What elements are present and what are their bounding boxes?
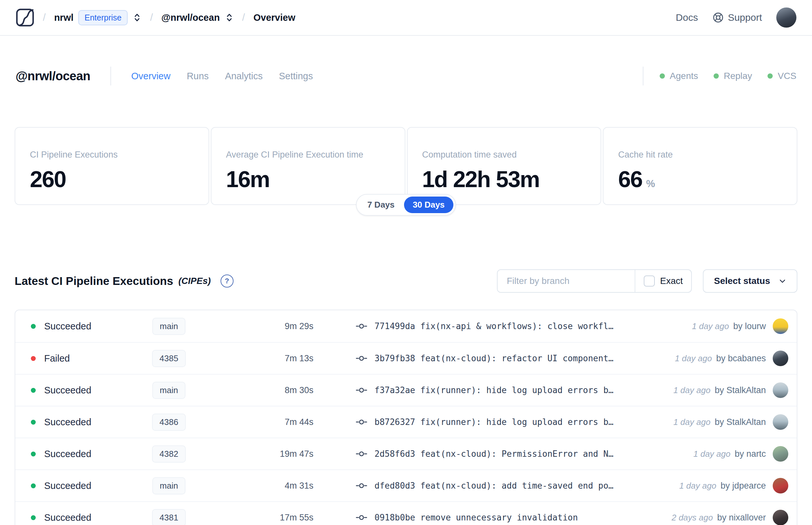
status-dot-icon (31, 420, 36, 425)
status-dot-icon (31, 356, 36, 361)
nx-cloud-workspace-overview: / nrwl Enterprise / @nrwl/ocean (0, 0, 812, 525)
table-row[interactable]: Succeeded 4382 19m 47s 2d58f6d3 feat(nx-… (15, 438, 797, 469)
workspace-name[interactable]: @nrwl/ocean (162, 12, 220, 23)
exact-checkbox[interactable] (644, 275, 655, 287)
author-avatar[interactable] (773, 350, 788, 366)
branch-filter-input[interactable] (497, 270, 635, 292)
duration: 7m 44s (210, 417, 313, 427)
stat-card-computation-time-saved: Computation time saved 1d 22h 53m (407, 127, 601, 205)
commit-message: 3b79fb38 feat(nx-cloud): refactor UI com… (374, 354, 614, 363)
section-title: Latest CI Pipeline Executions (15, 274, 173, 287)
duration: 4m 31s (210, 481, 313, 491)
git-commit-icon (356, 450, 367, 457)
branch-badge: 4386 (152, 414, 186, 431)
branch-badge: 4382 (152, 446, 186, 463)
author-avatar[interactable] (773, 318, 788, 334)
exact-match-toggle: Exact (635, 275, 691, 287)
author: by nixallover (717, 513, 766, 523)
git-commit-icon (356, 387, 367, 394)
author: by lourw (733, 321, 766, 331)
branch-badge: main (152, 382, 185, 399)
duration: 9m 29s (210, 321, 313, 331)
author-avatar[interactable] (773, 446, 788, 462)
table-row[interactable]: Succeeded main 4m 31s dfed80d3 feat(nx-c… (15, 469, 797, 501)
status-dot-icon (31, 483, 36, 488)
branch-badge: main (152, 318, 185, 335)
status-dot-icon (31, 388, 36, 393)
cipes-section-header: Latest CI Pipeline Executions (CIPEs) ? … (0, 269, 812, 293)
tab-overview[interactable]: Overview (131, 71, 170, 81)
author-avatar[interactable] (773, 478, 788, 494)
status-dot-icon (660, 73, 665, 79)
author: by jdpearce (720, 481, 766, 491)
status-dot-icon (31, 452, 36, 456)
duration: 7m 13s (210, 354, 313, 363)
divider (110, 66, 111, 86)
cipes-title-group: Latest CI Pipeline Executions (CIPEs) ? (15, 274, 233, 287)
table-row[interactable]: Failed 4385 7m 13s 3b79fb38 feat(nx-clou… (15, 342, 797, 374)
author: by bcabanes (716, 354, 766, 363)
tab-settings[interactable]: Settings (279, 71, 313, 81)
integration-status-group: Agents Replay VCS (660, 71, 796, 81)
duration: 17m 55s (210, 513, 313, 523)
time-ago: 1 day ago (673, 417, 710, 427)
nx-cloud-logo-icon[interactable] (16, 8, 34, 27)
org-plan-badge: Enterprise (78, 10, 128, 25)
integration-vcs[interactable]: VCS (767, 71, 796, 81)
divider (643, 66, 643, 86)
tab-analytics[interactable]: Analytics (225, 71, 263, 81)
branch-badge: 4385 (152, 350, 186, 367)
table-row[interactable]: Succeeded 4381 17m 55s 0918b0be remove u… (15, 501, 797, 525)
topbar-actions: Docs Support (676, 7, 796, 28)
chevron-down-icon (779, 277, 786, 285)
status-select-button[interactable]: Select status (703, 269, 797, 293)
cipes-controls: Exact Select status (497, 269, 797, 293)
time-ago: 1 day ago (692, 321, 729, 331)
table-row[interactable]: Succeeded 4386 7m 44s b8726327 fix(runne… (15, 406, 797, 438)
stat-card-ci-pipeline-executions: CI Pipeline Executions 260 (15, 127, 209, 205)
author-avatar[interactable] (773, 382, 788, 398)
unfold-chevrons-icon[interactable] (225, 12, 234, 23)
range-30-days[interactable]: 30 Days (404, 197, 454, 213)
user-avatar[interactable] (776, 7, 796, 28)
status-dot-icon (31, 324, 36, 329)
author-avatar[interactable] (773, 510, 788, 525)
page-title: @nrwl/ocean (16, 69, 90, 83)
time-ago: 1 day ago (679, 481, 716, 491)
support-link[interactable]: Support (712, 12, 762, 24)
time-ago: 1 day ago (673, 385, 710, 395)
commit-message: 0918b0be remove unnecessary invalidation (374, 513, 578, 522)
range-7-days[interactable]: 7 Days (358, 197, 403, 213)
life-buoy-icon (712, 12, 724, 24)
breadcrumb-separator: / (150, 12, 153, 24)
commit-message: b8726327 fix(runner): hide log upload er… (374, 417, 614, 427)
workspace-selector[interactable]: @nrwl/ocean (162, 12, 234, 23)
branch-filter-group: Exact (497, 269, 692, 293)
org-name[interactable]: nrwl (54, 12, 74, 23)
exact-label: Exact (660, 276, 683, 286)
author-avatar[interactable] (773, 414, 788, 430)
docs-link[interactable]: Docs (676, 12, 698, 23)
help-icon[interactable]: ? (220, 274, 233, 287)
time-ago: 1 day ago (675, 354, 712, 363)
workspace-header: @nrwl/ocean Overview Runs Analytics Sett… (0, 36, 812, 86)
integration-agents[interactable]: Agents (660, 71, 698, 81)
author: by nartc (735, 449, 766, 459)
stat-card-cache-hit-rate: Cache hit rate 66 % (603, 127, 797, 205)
table-row[interactable]: Succeeded main 9m 29s 771499da fix(nx-ap… (15, 310, 797, 342)
git-commit-icon (356, 514, 367, 521)
integration-replay[interactable]: Replay (714, 71, 752, 81)
time-ago: 2 days ago (672, 513, 713, 523)
breadcrumb: / nrwl Enterprise / @nrwl/ocean (16, 8, 295, 27)
duration: 19m 47s (210, 449, 313, 459)
unfold-chevrons-icon[interactable] (133, 12, 142, 23)
tab-runs[interactable]: Runs (187, 71, 209, 81)
section-title-suffix: (CIPEs) (178, 276, 211, 286)
branch-badge: 4381 (152, 509, 186, 525)
commit-message: 771499da fix(nx-api & workflows): close … (374, 321, 614, 331)
org-selector[interactable]: nrwl Enterprise (54, 10, 142, 25)
status-dot-icon (767, 73, 773, 79)
author: by StalkAltan (715, 385, 766, 395)
author: by StalkAltan (715, 417, 766, 427)
table-row[interactable]: Succeeded main 8m 30s f37a32ae fix(runne… (15, 374, 797, 406)
